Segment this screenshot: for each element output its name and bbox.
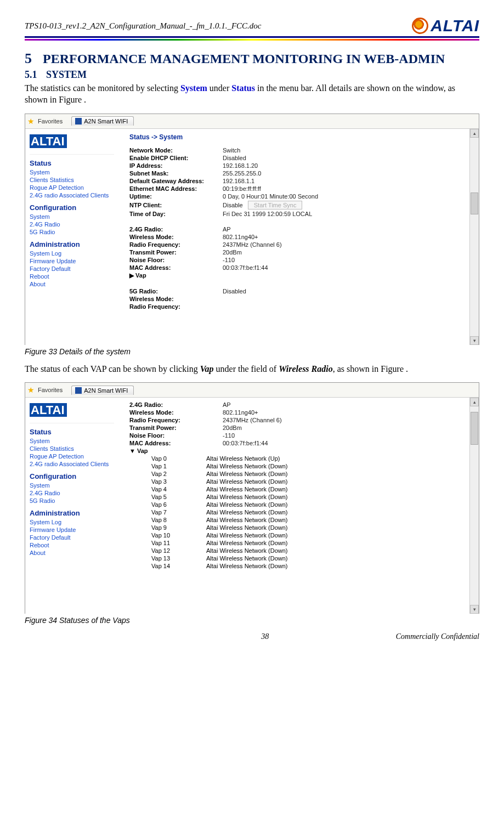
figure-33-caption: Figure 33 Details of the system <box>25 347 479 356</box>
vap-row[interactable]: Vap 4Altai Wireless Network (Down) <box>129 485 473 493</box>
vap-row[interactable]: Vap 12Altai Wireless Network (Down) <box>129 547 473 554</box>
tab-favicon-icon <box>75 387 82 394</box>
keyword-system: System <box>180 83 207 93</box>
scroll-down-icon[interactable]: ▾ <box>470 336 479 345</box>
sidebar-item[interactable]: System <box>30 213 114 220</box>
status-row: Radio Frequency:2437MHz (Channel 6) <box>129 416 473 424</box>
sidebar-item[interactable]: About <box>30 549 114 557</box>
tab-title: A2N Smart WIFI <box>84 118 128 124</box>
vap-row[interactable]: Vap 13Altai Wireless Network (Down) <box>129 554 473 562</box>
sidebar-item[interactable]: Clients Statistics <box>30 176 114 184</box>
logo-text: ALTAI <box>431 16 479 35</box>
vap-row[interactable]: Vap 0Altai Wireless Network (Up) <box>129 455 473 462</box>
status-row: Transmit Power:20dBm <box>129 248 473 256</box>
nav-group-administration: Administration <box>30 509 114 517</box>
heading-1-text: PERFORMANCE MANAGEMENT MONITORING IN WEB… <box>43 52 445 66</box>
sidebar-item[interactable]: Rogue AP Detection <box>30 184 114 191</box>
scroll-thumb[interactable] <box>471 412 478 445</box>
status-row: Network Mode:Switch <box>129 146 473 154</box>
sidebar-item[interactable]: Reboot <box>30 273 114 280</box>
tab-title: A2N Smart WIFI <box>84 387 128 394</box>
page-number: 38 <box>134 632 396 641</box>
heading-1: 5 PERFORMANCE MANAGEMENT MONITORING IN W… <box>25 50 479 67</box>
status-row: Uptime:0 Day, 0 Hour:01 Minute:00 Second <box>129 192 473 200</box>
sidebar-item[interactable]: 5G Radio <box>30 228 114 236</box>
status-row: IP Address:192.168.1.20 <box>129 162 473 169</box>
vap-row[interactable]: Vap 7Altai Wireless Network (Down) <box>129 508 473 516</box>
status-row: Subnet Mask:255.255.255.0 <box>129 169 473 177</box>
sidebar-item[interactable]: System <box>30 168 114 176</box>
vap-row[interactable]: Vap 5Altai Wireless Network (Down) <box>129 493 473 501</box>
status-row: Noise Floor:-110 <box>129 256 473 264</box>
keyword-status: Status <box>231 83 255 93</box>
sidebar-item[interactable]: System Log <box>30 518 114 526</box>
browser-tab[interactable]: A2N Smart WIFI <box>71 116 134 126</box>
triangle-right-icon: ▶ <box>129 272 134 279</box>
vertical-scrollbar[interactable]: ▴ ▾ <box>469 129 479 345</box>
sidebar-item[interactable]: About <box>30 280 114 288</box>
vap-row[interactable]: Vap 1Altai Wireless Network (Down) <box>129 462 473 470</box>
sidebar-item[interactable]: 2.4G radio Associated Clients <box>30 191 114 199</box>
scroll-down-icon[interactable]: ▾ <box>470 605 479 614</box>
nav-group-administration: Administration <box>30 240 114 248</box>
status-row: Default Gateway Address:192.168.1.1 <box>129 177 473 185</box>
browser-favorites-bar: ★ Favorites A2N Smart WIFI <box>25 383 479 398</box>
vap-row[interactable]: Vap 3Altai Wireless Network (Down) <box>129 478 473 485</box>
sidebar-item[interactable]: System <box>30 437 114 445</box>
status-row: Transmit Power:20dBm <box>129 424 473 432</box>
vertical-scrollbar[interactable]: ▴ ▾ <box>469 398 479 614</box>
sidebar-item[interactable]: Firmware Update <box>30 257 114 265</box>
vap-row[interactable]: Vap 14Altai Wireless Network (Down) <box>129 562 473 570</box>
breadcrumb: Status -> System <box>129 133 473 141</box>
row-ntp-client: NTP Client: Disable Start Time Sync <box>129 200 473 210</box>
status-row: MAC Address:00:03:7f:be:f1:44 <box>129 439 473 447</box>
header-divider <box>25 39 479 41</box>
status-row: Noise Floor:-110 <box>129 432 473 439</box>
page-footer: 38 Commercially Confidential <box>25 632 479 641</box>
sidebar-item[interactable]: Rogue AP Detection <box>30 452 114 460</box>
sidebar-item[interactable]: System <box>30 482 114 489</box>
scroll-thumb[interactable] <box>471 192 478 214</box>
start-time-sync-button[interactable]: Start Time Sync <box>248 201 303 210</box>
brand-logo: ALTAI <box>412 16 479 35</box>
status-row: Enable DHCP Client:Disabled <box>129 154 473 162</box>
vap-row[interactable]: Vap 2Altai Wireless Network (Down) <box>129 470 473 478</box>
heading-2: 5.1 SYSTEM <box>25 69 479 81</box>
heading-2-text: SYSTEM <box>46 69 87 80</box>
nav-group-status: Status <box>30 159 114 167</box>
page-header: TPS10-013_rev1.2_A2N_Configuration_Manua… <box>25 16 479 38</box>
sidebar-item[interactable]: Clients Statistics <box>30 445 114 452</box>
sidebar-item[interactable]: 2.4G radio Associated Clients <box>30 460 114 468</box>
vap-row[interactable]: Vap 6Altai Wireless Network (Down) <box>129 501 473 508</box>
favorites-star-icon: ★ <box>27 386 35 394</box>
sidebar-item[interactable]: Reboot <box>30 541 114 549</box>
sidebar-item[interactable]: Firmware Update <box>30 526 114 534</box>
content-pane: 2.4G Radio:APWireless Mode:802.11ng40+Ra… <box>118 398 479 614</box>
scroll-up-icon[interactable]: ▴ <box>470 398 479 406</box>
triangle-down-icon: ▼ <box>129 448 135 454</box>
sidebar-item[interactable]: 2.4G Radio <box>30 489 114 497</box>
vap-row[interactable]: Vap 9Altai Wireless Network (Down) <box>129 524 473 531</box>
vap-row[interactable]: Vap 11Altai Wireless Network (Down) <box>129 539 473 547</box>
vap-row[interactable]: Vap 10Altai Wireless Network (Down) <box>129 531 473 539</box>
sidebar: ALTAI Status SystemClients StatisticsRog… <box>25 129 118 345</box>
vap-row[interactable]: Vap 8Altai Wireless Network (Down) <box>129 516 473 524</box>
sidebar-item[interactable]: Factory Default <box>30 534 114 541</box>
sidebar-item[interactable]: Factory Default <box>30 265 114 273</box>
favorites-label: Favorites <box>38 118 63 124</box>
scroll-up-icon[interactable]: ▴ <box>470 129 479 138</box>
status-row: Radio Frequency: <box>129 303 473 310</box>
status-row: 2.4G Radio:AP <box>129 225 473 233</box>
keyword-vap: Vap <box>200 364 214 373</box>
sidebar-brand: ALTAI <box>30 401 114 423</box>
sidebar-item[interactable]: 5G Radio <box>30 497 114 505</box>
confidential-label: Commercially Confidential <box>396 632 479 641</box>
vap-expand-toggle[interactable]: ▶ Vap <box>129 271 473 280</box>
status-row: 2.4G Radio:AP <box>129 401 473 409</box>
status-row: 5G Radio:Disabled <box>129 287 473 295</box>
sidebar-item[interactable]: 2.4G Radio <box>30 220 114 228</box>
browser-tab[interactable]: A2N Smart WIFI <box>71 386 134 395</box>
sidebar-item[interactable]: System Log <box>30 250 114 257</box>
content-pane: Status -> System Network Mode:SwitchEnab… <box>118 129 479 345</box>
vap-collapse-toggle[interactable]: ▼ Vap <box>129 447 473 455</box>
